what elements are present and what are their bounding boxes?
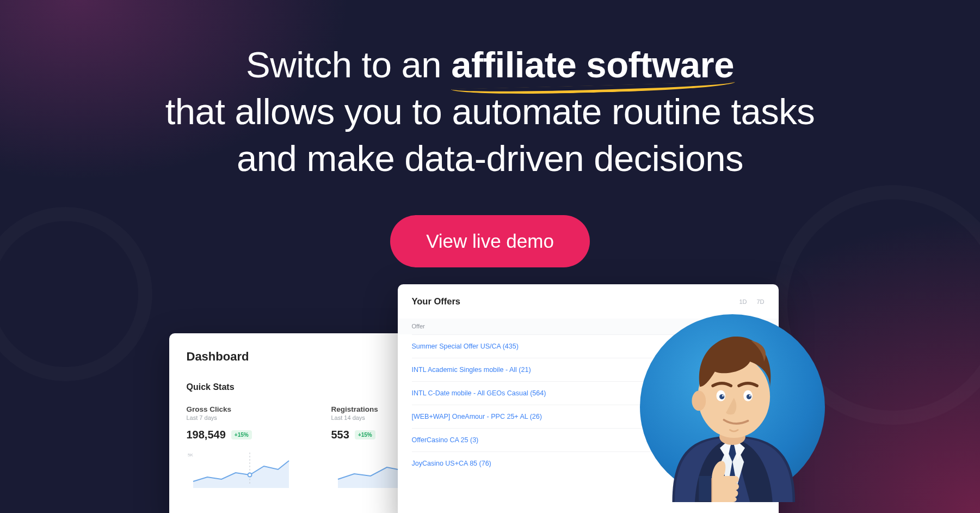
svg-point-1: [248, 473, 251, 477]
view-demo-button[interactable]: View live demo: [390, 215, 590, 267]
headline-line3: and make data-driven decisions: [237, 138, 743, 179]
sparkline-chart: 5K: [187, 450, 290, 488]
tab-1d[interactable]: 1D: [739, 298, 747, 305]
hero-headline: Switch to an affiliate software that all…: [0, 41, 980, 181]
headline-line2: that allows you to automate routine task…: [165, 91, 815, 132]
y-axis-tick: 5K: [188, 453, 193, 457]
headline-pre: Switch to an: [246, 44, 451, 85]
headline-highlight: affiliate software: [451, 41, 734, 88]
stat-label: Gross Clicks: [187, 405, 301, 413]
stat-value: 553: [331, 429, 349, 441]
stat-value: 198,549: [187, 429, 226, 441]
mascot-avatar: [637, 312, 828, 502]
svg-point-7: [719, 394, 724, 399]
mascot-illustration: [637, 312, 828, 502]
tab-7d[interactable]: 7D: [756, 298, 764, 305]
offers-title: Your Offers: [412, 296, 461, 307]
svg-point-4: [692, 391, 706, 411]
stat-delta-badge: +15%: [231, 430, 252, 439]
svg-point-10: [749, 395, 751, 396]
stat-gross-clicks: Gross Clicks Last 7 days 198,549 +15% 5K: [187, 405, 301, 490]
time-range-tabs: 1D 7D: [739, 298, 764, 305]
stat-delta-badge: +15%: [355, 430, 375, 439]
stat-sublabel: Last 7 days: [187, 414, 301, 421]
svg-point-9: [722, 395, 724, 396]
svg-point-8: [747, 394, 751, 399]
hero-section: Switch to an affiliate software that all…: [0, 0, 980, 267]
